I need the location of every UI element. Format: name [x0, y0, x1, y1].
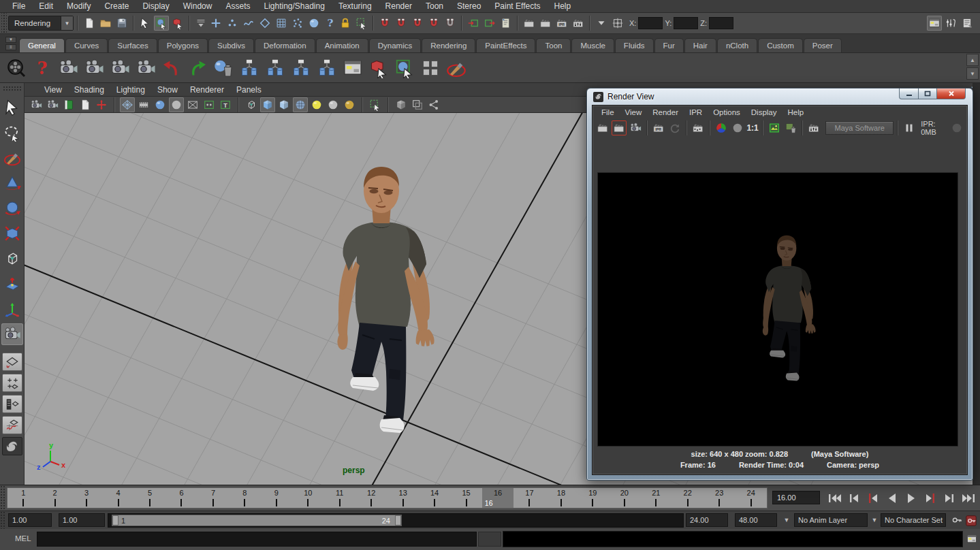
- range-end-handle[interactable]: [395, 515, 401, 525]
- timeline-frame[interactable]: 24: [735, 488, 766, 508]
- step-back-key-button[interactable]: [864, 490, 882, 506]
- undo-icon[interactable]: [159, 56, 184, 80]
- timeline-frame[interactable]: 4: [102, 488, 133, 508]
- remove-image-icon[interactable]: [783, 120, 798, 135]
- open-scene-icon[interactable]: [98, 16, 113, 31]
- select-misc-icon[interactable]: [323, 16, 338, 31]
- ipr-render-icon[interactable]: [651, 120, 666, 135]
- render-view-menu-item[interactable]: Display: [746, 108, 782, 117]
- timeline-frame[interactable]: 7: [197, 488, 229, 508]
- timeline-frame[interactable]: 6: [165, 488, 197, 508]
- render-view-window[interactable]: Render View FileViewRenderIPROptionsDisp…: [586, 88, 973, 481]
- menubar-item[interactable]: Lighting/Shading: [257, 1, 331, 11]
- timeline-frame[interactable]: 22: [672, 488, 704, 508]
- auto-keyframe-toggle-icon[interactable]: [964, 514, 977, 527]
- shelf-scroll-down-icon[interactable]: ▼: [966, 67, 979, 80]
- wireframe-icon[interactable]: [244, 97, 259, 112]
- keep-image-icon[interactable]: [767, 120, 782, 135]
- bookmarks-icon[interactable]: [61, 97, 76, 112]
- render-view-titlebar[interactable]: Render View: [587, 88, 973, 105]
- timeline-frame[interactable]: 19: [577, 488, 608, 508]
- menubar-item[interactable]: File: [5, 1, 32, 11]
- menubar-item[interactable]: Render: [379, 1, 419, 11]
- shelf-tab-toggle-icon[interactable]: ▼: [5, 37, 16, 43]
- viewport-menu-item[interactable]: Lighting: [110, 85, 151, 95]
- persp-graph-layout-button[interactable]: [2, 416, 22, 434]
- selection-mask-dropdown-icon[interactable]: [193, 16, 208, 31]
- menubar-item[interactable]: Create: [97, 1, 136, 11]
- step-forward-frame-button[interactable]: [940, 490, 958, 506]
- shelf-tab[interactable]: Surfaces: [108, 38, 157, 52]
- show-channel-box-button[interactable]: [960, 16, 975, 31]
- new-scene-icon[interactable]: [82, 16, 97, 31]
- animation-end-field[interactable]: 48.00: [735, 513, 777, 527]
- snapshot-icon[interactable]: [628, 120, 643, 135]
- shelf-tab[interactable]: Dynamics: [369, 38, 421, 52]
- select-surfaces-icon[interactable]: [257, 16, 272, 31]
- shelf-tab[interactable]: PaintEffects: [476, 38, 535, 52]
- timeline-frame[interactable]: 21: [640, 488, 671, 508]
- xray-active-components-icon[interactable]: [410, 97, 425, 112]
- viewport-menu-item[interactable]: Panels: [230, 85, 268, 95]
- default-material-icon[interactable]: [326, 97, 341, 112]
- character-set-field[interactable]: No Character Set: [881, 513, 946, 527]
- y-field[interactable]: [674, 17, 698, 29]
- shelf-tab[interactable]: Animation: [316, 38, 368, 52]
- snap-to-grids-icon[interactable]: [377, 16, 392, 31]
- chevron-down-icon[interactable]: ▼: [870, 516, 879, 524]
- xray-icon[interactable]: [394, 97, 409, 112]
- menubar-item[interactable]: Edit: [32, 1, 60, 11]
- safe-action-icon[interactable]: [202, 97, 217, 112]
- select-deformations-icon[interactable]: [274, 16, 289, 31]
- hotbox-dragon-button[interactable]: [2, 437, 22, 455]
- menubar-item[interactable]: Stereo: [450, 1, 488, 11]
- isolate-select-icon[interactable]: [368, 97, 383, 112]
- output-connections-icon[interactable]: [482, 16, 497, 31]
- shelf-menu-icon[interactable]: ≡: [5, 44, 16, 50]
- play-forwards-button[interactable]: [902, 490, 920, 506]
- animation-start-field[interactable]: 1.00: [8, 513, 52, 527]
- menubar-item[interactable]: Modify: [60, 1, 97, 11]
- shelf-scroll-up-icon[interactable]: ▲: [966, 54, 979, 66]
- timeline-frame[interactable]: 1: [7, 488, 39, 508]
- outliner-persp-layout-button[interactable]: [2, 395, 22, 413]
- timeline-frame[interactable]: 3: [71, 488, 102, 508]
- viewport-menu-item[interactable]: Renderer: [184, 85, 230, 95]
- single-pane-layout-button[interactable]: [2, 353, 22, 371]
- wireframe-on-shaded-icon[interactable]: [276, 97, 291, 112]
- time-slider-grip[interactable]: [0, 485, 6, 511]
- rotate-tool[interactable]: [1, 197, 23, 219]
- script-editor-icon[interactable]: [966, 533, 978, 545]
- shelf-tab[interactable]: General: [19, 38, 65, 52]
- four-pane-layout-button[interactable]: [2, 374, 22, 392]
- safe-title-icon[interactable]: [218, 97, 233, 112]
- select-object-icon[interactable]: [154, 16, 169, 31]
- transform-cube-icon[interactable]: [366, 56, 391, 80]
- last-tool-tumble-camera[interactable]: [1, 323, 23, 345]
- dolly-camera-icon[interactable]: [108, 56, 132, 80]
- playback-start-field[interactable]: 1.00: [59, 513, 105, 527]
- menubar-item[interactable]: Assets: [219, 1, 257, 11]
- timeline-ruler[interactable]: 1 2 3 4 5 6 7 8 9 10: [7, 487, 768, 508]
- timeline-frame[interactable]: 9: [261, 488, 292, 508]
- playback-end-field[interactable]: 24.00: [686, 513, 728, 527]
- step-forward-key-button[interactable]: [921, 490, 939, 506]
- current-time-field[interactable]: 16.00: [772, 491, 820, 504]
- select-points-icon[interactable]: [225, 16, 240, 31]
- select-camera-icon[interactable]: [29, 97, 44, 112]
- render-view-menu-item[interactable]: View: [620, 108, 647, 117]
- image-plane-icon[interactable]: [78, 97, 93, 112]
- timeline-frame[interactable]: 20: [609, 488, 640, 508]
- hypershade-window-icon[interactable]: [341, 56, 365, 80]
- render-view-menu-item[interactable]: Help: [783, 108, 809, 117]
- stop-ipr-icon[interactable]: [949, 120, 964, 135]
- selection-sphere-icon[interactable]: [392, 56, 417, 80]
- go-to-start-button[interactable]: [825, 490, 844, 506]
- timeline-frame[interactable]: 18: [546, 488, 577, 508]
- shelf-tab[interactable]: Muscle: [571, 38, 614, 52]
- open-render-view-icon[interactable]: [522, 16, 537, 31]
- shelf-tab[interactable]: Hair: [684, 38, 716, 52]
- shelf-tab[interactable]: Subdivs: [208, 38, 254, 52]
- menu-set-selector[interactable]: Rendering ▼: [8, 16, 74, 31]
- menubar-item[interactable]: Toon: [419, 1, 450, 11]
